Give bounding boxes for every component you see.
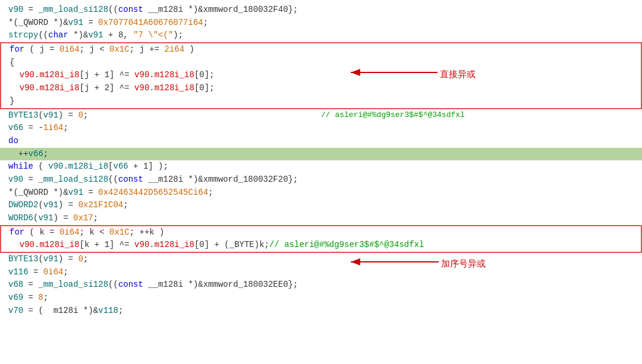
annotation-comment1: // asleri@#%dg9ser3$#$^@34sdfxl	[321, 109, 465, 121]
arrow-direct-xor	[0, 0, 642, 364]
annotation-seq-xor: 加序号异或	[441, 257, 486, 270]
code-container: v90 = _mm_load_si128((const __m128i *)&x…	[0, 0, 642, 364]
